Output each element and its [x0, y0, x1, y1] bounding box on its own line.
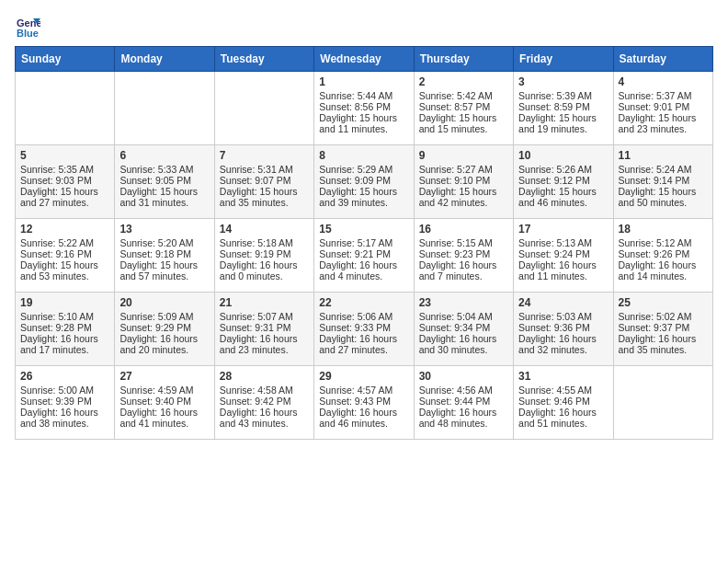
cell-content-line: Sunset: 9:34 PM [419, 322, 508, 333]
day-number: 14 [220, 223, 309, 236]
cell-content-line: and 53 minutes. [20, 270, 109, 282]
cell-content-line: Sunrise: 5:15 AM [419, 237, 508, 248]
cell-content-line: and 27 minutes. [319, 344, 408, 355]
cell-content-line: Daylight: 16 hours [419, 407, 508, 418]
cell-content-line: Sunset: 9:18 PM [119, 248, 209, 259]
cell-content-line: Sunrise: 5:33 AM [119, 164, 209, 175]
header-cell-wednesday: Wednesday [314, 47, 414, 72]
cell-content-line: and 57 minutes. [119, 270, 209, 282]
day-number: 17 [518, 223, 608, 236]
day-number: 28 [220, 370, 309, 383]
cell-content-line: Sunset: 9:24 PM [518, 248, 608, 259]
cell-content-line: Sunrise: 5:09 AM [119, 311, 209, 322]
day-number: 7 [220, 149, 309, 162]
cell-content-line: Daylight: 16 hours [419, 259, 508, 270]
cell-content-line: Sunset: 9:05 PM [119, 175, 209, 186]
day-number: 29 [319, 370, 408, 383]
calendar-cell: 15Sunrise: 5:17 AMSunset: 9:21 PMDayligh… [314, 219, 414, 293]
cell-content-line: Sunset: 9:31 PM [220, 322, 309, 333]
svg-text:Blue: Blue [17, 28, 39, 39]
cell-content-line: and 51 minutes. [518, 418, 608, 429]
cell-content-line: and 11 minutes. [518, 270, 608, 282]
cell-content-line: Sunrise: 4:58 AM [220, 385, 309, 396]
cell-content-line: Daylight: 15 hours [518, 112, 608, 123]
cell-content-line: Daylight: 15 hours [619, 112, 708, 123]
cell-content-line: Sunset: 9:36 PM [518, 322, 608, 333]
calendar-cell: 23Sunrise: 5:04 AMSunset: 9:34 PMDayligh… [414, 293, 513, 366]
cell-content-line: Sunset: 9:26 PM [619, 248, 708, 259]
calendar-cell: 8Sunrise: 5:29 AMSunset: 9:09 PMDaylight… [314, 145, 414, 219]
calendar-cell: 11Sunrise: 5:24 AMSunset: 9:14 PMDayligh… [613, 145, 712, 219]
cell-content-line: Sunrise: 5:12 AM [619, 237, 708, 248]
cell-content-line: Daylight: 15 hours [119, 259, 209, 270]
cell-content-line: Daylight: 16 hours [518, 333, 608, 344]
day-number: 1 [319, 75, 408, 88]
cell-content-line: Daylight: 16 hours [119, 407, 209, 418]
cell-content-line: Sunrise: 5:29 AM [319, 164, 408, 175]
cell-content-line: and 46 minutes. [518, 197, 608, 208]
cell-content-line: and 31 minutes. [119, 197, 209, 208]
calendar-cell: 27Sunrise: 4:59 AMSunset: 9:40 PMDayligh… [115, 366, 214, 440]
cell-content-line: Daylight: 16 hours [518, 407, 608, 418]
calendar-cell: 29Sunrise: 4:57 AMSunset: 9:43 PMDayligh… [314, 366, 414, 440]
cell-content-line: Daylight: 16 hours [619, 259, 708, 270]
day-number: 21 [220, 296, 309, 309]
cell-content-line: and 32 minutes. [518, 344, 608, 355]
cell-content-line: Sunrise: 4:55 AM [518, 385, 608, 396]
cell-content-line: Sunset: 8:59 PM [518, 101, 608, 112]
cell-content-line: Sunset: 9:07 PM [220, 175, 309, 186]
cell-content-line: and 11 minutes. [319, 123, 408, 134]
calendar-cell [16, 72, 115, 145]
cell-content-line: Sunrise: 4:59 AM [119, 385, 209, 396]
calendar-cell: 21Sunrise: 5:07 AMSunset: 9:31 PMDayligh… [214, 293, 313, 366]
cell-content-line: Sunset: 8:56 PM [319, 101, 408, 112]
day-number: 10 [518, 149, 608, 162]
cell-content-line: Sunrise: 5:18 AM [220, 237, 309, 248]
header-cell-sunday: Sunday [16, 47, 115, 72]
header-row: SundayMondayTuesdayWednesdayThursdayFrid… [16, 47, 713, 72]
cell-content-line: and 41 minutes. [119, 418, 209, 429]
cell-content-line: Daylight: 16 hours [20, 333, 109, 344]
calendar-cell: 13Sunrise: 5:20 AMSunset: 9:18 PMDayligh… [115, 219, 214, 293]
cell-content-line: Daylight: 15 hours [619, 186, 708, 197]
cell-content-line: Sunrise: 5:44 AM [319, 90, 408, 101]
cell-content-line: Sunrise: 5:22 AM [20, 237, 109, 248]
cell-content-line: and 14 minutes. [619, 270, 708, 282]
day-number: 20 [119, 296, 209, 309]
cell-content-line: and 39 minutes. [319, 197, 408, 208]
calendar-cell: 1Sunrise: 5:44 AMSunset: 8:56 PMDaylight… [314, 72, 414, 145]
cell-content-line: Daylight: 16 hours [619, 333, 708, 344]
cell-content-line: and 50 minutes. [619, 197, 708, 208]
cell-content-line: Daylight: 15 hours [419, 186, 508, 197]
cell-content-line: and 38 minutes. [20, 418, 109, 429]
cell-content-line: Sunrise: 5:10 AM [20, 311, 109, 322]
calendar-table: SundayMondayTuesdayWednesdayThursdayFrid… [15, 46, 713, 440]
week-row-4: 26Sunrise: 5:00 AMSunset: 9:39 PMDayligh… [16, 366, 713, 440]
cell-content-line: and 48 minutes. [419, 418, 508, 429]
cell-content-line: Daylight: 15 hours [319, 186, 408, 197]
calendar-cell [613, 366, 712, 440]
calendar-cell: 28Sunrise: 4:58 AMSunset: 9:42 PMDayligh… [214, 366, 313, 440]
cell-content-line: Daylight: 15 hours [20, 259, 109, 270]
cell-content-line: Daylight: 16 hours [220, 333, 309, 344]
cell-content-line: Daylight: 16 hours [319, 407, 408, 418]
cell-content-line: Sunrise: 5:39 AM [518, 90, 608, 101]
cell-content-line: Sunrise: 5:13 AM [518, 237, 608, 248]
cell-content-line: Sunset: 9:14 PM [619, 175, 708, 186]
cell-content-line: Sunset: 9:12 PM [518, 175, 608, 186]
cell-content-line: Sunset: 9:21 PM [319, 248, 408, 259]
cell-content-line: Sunset: 9:10 PM [419, 175, 508, 186]
day-number: 9 [419, 149, 508, 162]
cell-content-line: and 43 minutes. [220, 418, 309, 429]
week-row-0: 1Sunrise: 5:44 AMSunset: 8:56 PMDaylight… [16, 72, 713, 145]
day-number: 6 [119, 149, 209, 162]
cell-content-line: Daylight: 16 hours [319, 333, 408, 344]
cell-content-line: Sunset: 9:37 PM [619, 322, 708, 333]
header-cell-tuesday: Tuesday [214, 47, 313, 72]
day-number: 12 [20, 223, 109, 236]
day-number: 19 [20, 296, 109, 309]
calendar-cell: 14Sunrise: 5:18 AMSunset: 9:19 PMDayligh… [214, 219, 313, 293]
header-cell-thursday: Thursday [414, 47, 513, 72]
cell-content-line: Sunset: 9:28 PM [20, 322, 109, 333]
logo: General Blue [15, 15, 44, 40]
